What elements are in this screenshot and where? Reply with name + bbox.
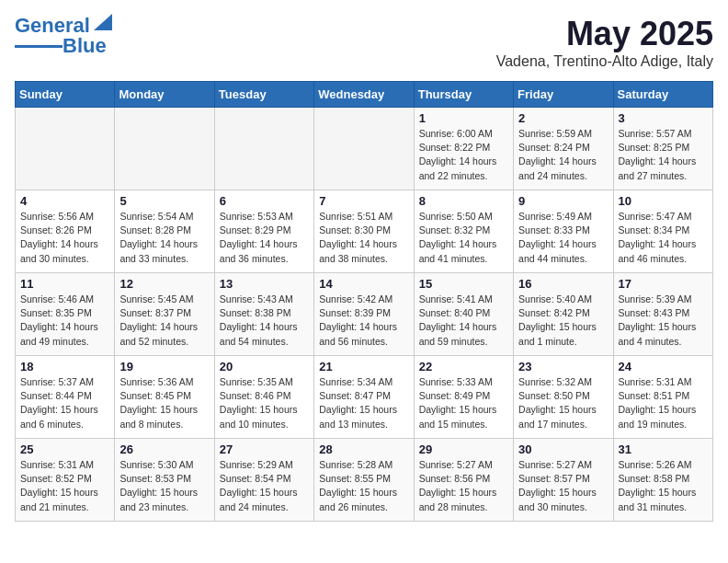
day-number: 19 <box>119 360 209 373</box>
day-info: Sunrise: 6:00 AM Sunset: 8:22 PM Dayligh… <box>419 127 508 183</box>
day-number: 5 <box>119 194 209 208</box>
month-title: May 2025 <box>496 15 713 53</box>
day-info: Sunrise: 5:43 AM Sunset: 8:38 PM Dayligh… <box>220 293 309 349</box>
day-number: 4 <box>20 194 109 208</box>
day-number: 15 <box>419 277 508 291</box>
calendar-cell: 11Sunrise: 5:46 AM Sunset: 8:35 PM Dayli… <box>16 273 115 356</box>
weekday-thursday: Thursday <box>414 82 513 108</box>
day-info: Sunrise: 5:45 AM Sunset: 8:37 PM Dayligh… <box>119 293 209 349</box>
logo-underline <box>15 45 63 48</box>
day-number: 22 <box>419 360 508 373</box>
calendar-cell: 7Sunrise: 5:51 AM Sunset: 8:30 PM Daylig… <box>314 190 414 273</box>
calendar-cell: 21Sunrise: 5:34 AM Sunset: 8:47 PM Dayli… <box>314 356 414 439</box>
calendar-week-0: 1Sunrise: 6:00 AM Sunset: 8:22 PM Daylig… <box>16 108 713 190</box>
title-section: May 2025 Vadena, Trentino-Alto Adige, It… <box>496 15 713 70</box>
calendar-cell <box>214 108 313 190</box>
weekday-wednesday: Wednesday <box>314 82 414 108</box>
calendar-week-1: 4Sunrise: 5:56 AM Sunset: 8:26 PM Daylig… <box>16 190 713 273</box>
calendar-body: 1Sunrise: 6:00 AM Sunset: 8:22 PM Daylig… <box>16 108 713 522</box>
calendar-cell: 26Sunrise: 5:30 AM Sunset: 8:53 PM Dayli… <box>115 439 214 522</box>
day-info: Sunrise: 5:27 AM Sunset: 8:57 PM Dayligh… <box>518 458 608 514</box>
day-info: Sunrise: 5:28 AM Sunset: 8:55 PM Dayligh… <box>319 458 408 514</box>
calendar-cell: 2Sunrise: 5:59 AM Sunset: 8:24 PM Daylig… <box>514 108 613 190</box>
day-number: 2 <box>518 111 608 125</box>
calendar-cell: 14Sunrise: 5:42 AM Sunset: 8:39 PM Dayli… <box>314 273 414 356</box>
day-number: 25 <box>20 442 109 456</box>
day-number: 28 <box>319 442 408 456</box>
location-title: Vadena, Trentino-Alto Adige, Italy <box>496 53 713 70</box>
day-info: Sunrise: 5:51 AM Sunset: 8:30 PM Dayligh… <box>319 210 408 266</box>
calendar-cell: 16Sunrise: 5:40 AM Sunset: 8:42 PM Dayli… <box>514 273 613 356</box>
calendar-cell <box>16 108 115 190</box>
day-number: 27 <box>220 442 309 456</box>
calendar-cell: 6Sunrise: 5:53 AM Sunset: 8:29 PM Daylig… <box>214 190 313 273</box>
logo: General Blue <box>15 15 112 57</box>
day-info: Sunrise: 5:49 AM Sunset: 8:33 PM Dayligh… <box>518 210 608 266</box>
day-number: 31 <box>619 442 708 456</box>
day-info: Sunrise: 5:34 AM Sunset: 8:47 PM Dayligh… <box>319 375 408 431</box>
weekday-header-row: SundayMondayTuesdayWednesdayThursdayFrid… <box>16 82 713 108</box>
day-info: Sunrise: 5:53 AM Sunset: 8:29 PM Dayligh… <box>220 210 309 266</box>
day-number: 13 <box>220 277 309 291</box>
day-info: Sunrise: 5:33 AM Sunset: 8:49 PM Dayligh… <box>419 375 508 431</box>
calendar-table: SundayMondayTuesdayWednesdayThursdayFrid… <box>15 81 713 522</box>
calendar-cell: 1Sunrise: 6:00 AM Sunset: 8:22 PM Daylig… <box>414 108 513 190</box>
day-info: Sunrise: 5:37 AM Sunset: 8:44 PM Dayligh… <box>20 375 109 431</box>
day-info: Sunrise: 5:50 AM Sunset: 8:32 PM Dayligh… <box>419 210 508 266</box>
day-info: Sunrise: 5:36 AM Sunset: 8:45 PM Dayligh… <box>119 375 209 431</box>
day-number: 7 <box>319 194 408 208</box>
calendar-cell: 30Sunrise: 5:27 AM Sunset: 8:57 PM Dayli… <box>514 439 613 522</box>
weekday-monday: Monday <box>115 82 214 108</box>
day-number: 21 <box>319 360 408 373</box>
day-info: Sunrise: 5:56 AM Sunset: 8:26 PM Dayligh… <box>20 210 109 266</box>
calendar-cell: 28Sunrise: 5:28 AM Sunset: 8:55 PM Dayli… <box>314 439 414 522</box>
day-number: 29 <box>419 442 508 456</box>
day-info: Sunrise: 5:27 AM Sunset: 8:56 PM Dayligh… <box>419 458 508 514</box>
logo-blue: Blue <box>63 35 107 57</box>
day-number: 1 <box>419 111 508 125</box>
calendar-cell: 10Sunrise: 5:47 AM Sunset: 8:34 PM Dayli… <box>613 190 712 273</box>
day-number: 17 <box>619 277 708 291</box>
calendar-cell: 20Sunrise: 5:35 AM Sunset: 8:46 PM Dayli… <box>214 356 313 439</box>
day-number: 11 <box>20 277 109 291</box>
calendar-cell: 25Sunrise: 5:31 AM Sunset: 8:52 PM Dayli… <box>16 439 115 522</box>
day-info: Sunrise: 5:31 AM Sunset: 8:52 PM Dayligh… <box>20 458 109 514</box>
weekday-sunday: Sunday <box>16 82 115 108</box>
day-number: 24 <box>619 360 708 373</box>
calendar-cell <box>314 108 414 190</box>
day-info: Sunrise: 5:26 AM Sunset: 8:58 PM Dayligh… <box>619 458 708 514</box>
calendar-cell: 19Sunrise: 5:36 AM Sunset: 8:45 PM Dayli… <box>115 356 214 439</box>
calendar-cell: 24Sunrise: 5:31 AM Sunset: 8:51 PM Dayli… <box>613 356 712 439</box>
calendar-week-4: 25Sunrise: 5:31 AM Sunset: 8:52 PM Dayli… <box>16 439 713 522</box>
calendar-cell: 27Sunrise: 5:29 AM Sunset: 8:54 PM Dayli… <box>214 439 313 522</box>
day-number: 30 <box>518 442 608 456</box>
day-info: Sunrise: 5:29 AM Sunset: 8:54 PM Dayligh… <box>220 458 309 514</box>
day-info: Sunrise: 5:54 AM Sunset: 8:28 PM Dayligh… <box>119 210 209 266</box>
calendar-cell: 15Sunrise: 5:41 AM Sunset: 8:40 PM Dayli… <box>414 273 513 356</box>
calendar-cell: 23Sunrise: 5:32 AM Sunset: 8:50 PM Dayli… <box>514 356 613 439</box>
day-info: Sunrise: 5:47 AM Sunset: 8:34 PM Dayligh… <box>619 210 708 266</box>
weekday-tuesday: Tuesday <box>214 82 313 108</box>
day-number: 26 <box>119 442 209 456</box>
day-info: Sunrise: 5:57 AM Sunset: 8:25 PM Dayligh… <box>619 127 708 183</box>
calendar-cell: 22Sunrise: 5:33 AM Sunset: 8:49 PM Dayli… <box>414 356 513 439</box>
calendar-cell: 12Sunrise: 5:45 AM Sunset: 8:37 PM Dayli… <box>115 273 214 356</box>
day-info: Sunrise: 5:40 AM Sunset: 8:42 PM Dayligh… <box>518 293 608 349</box>
calendar-cell: 3Sunrise: 5:57 AM Sunset: 8:25 PM Daylig… <box>613 108 712 190</box>
day-number: 8 <box>419 194 508 208</box>
calendar-cell: 4Sunrise: 5:56 AM Sunset: 8:26 PM Daylig… <box>16 190 115 273</box>
day-number: 9 <box>518 194 608 208</box>
day-number: 14 <box>319 277 408 291</box>
calendar-week-2: 11Sunrise: 5:46 AM Sunset: 8:35 PM Dayli… <box>16 273 713 356</box>
calendar-cell: 18Sunrise: 5:37 AM Sunset: 8:44 PM Dayli… <box>16 356 115 439</box>
calendar-cell: 29Sunrise: 5:27 AM Sunset: 8:56 PM Dayli… <box>414 439 513 522</box>
day-number: 18 <box>20 360 109 373</box>
weekday-saturday: Saturday <box>613 82 712 108</box>
day-number: 10 <box>619 194 708 208</box>
calendar-cell: 31Sunrise: 5:26 AM Sunset: 8:58 PM Dayli… <box>613 439 712 522</box>
calendar-week-3: 18Sunrise: 5:37 AM Sunset: 8:44 PM Dayli… <box>16 356 713 439</box>
calendar-cell: 5Sunrise: 5:54 AM Sunset: 8:28 PM Daylig… <box>115 190 214 273</box>
day-info: Sunrise: 5:35 AM Sunset: 8:46 PM Dayligh… <box>220 375 309 431</box>
day-number: 3 <box>619 111 708 125</box>
calendar-cell: 8Sunrise: 5:50 AM Sunset: 8:32 PM Daylig… <box>414 190 513 273</box>
